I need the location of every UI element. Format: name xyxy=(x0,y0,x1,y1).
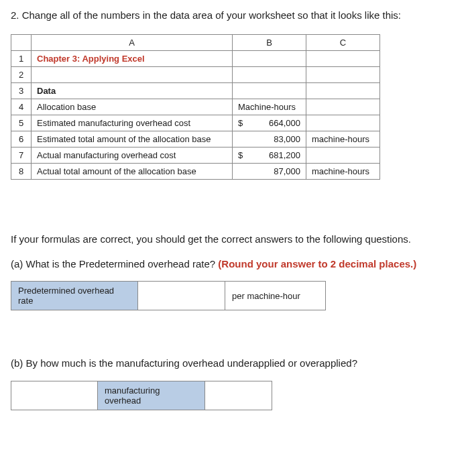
cell-c3 xyxy=(306,83,380,99)
cell-c6: machine-hours xyxy=(306,131,380,147)
cell-a7: Actual manufacturing overhead cost xyxy=(32,147,233,164)
predetermined-rate-unit: per machine-hour xyxy=(225,281,326,310)
col-header-a: A xyxy=(32,35,233,51)
row-num: 6 xyxy=(11,131,32,147)
cell-a5: Estimated manufacturing overhead cost xyxy=(32,115,233,131)
table-row: 3 Data xyxy=(11,83,380,99)
part-a-answer-row: Predetermined overhead rate per machine-… xyxy=(11,281,457,310)
cell-a8: Actual total amount of the allocation ba… xyxy=(32,164,233,180)
followup-text: If your formulas are correct, you should… xyxy=(11,232,457,247)
row-num: 7 xyxy=(11,147,32,164)
cell-c4 xyxy=(306,99,380,115)
manufacturing-overhead-label: manufacturing overhead xyxy=(98,381,205,410)
corner-cell xyxy=(11,35,32,51)
cell-b2 xyxy=(233,67,306,83)
cell-a6: Estimated total amount of the allocation… xyxy=(32,131,233,147)
part-a-instruction: (Round your answer to 2 decimal places.) xyxy=(218,258,416,270)
question-intro: 2. Change all of the numbers in the data… xyxy=(11,8,457,22)
table-row: 4 Allocation base Machine-hours xyxy=(11,99,380,115)
table-row: 1 Chapter 3: Applying Excel xyxy=(11,51,380,67)
table-row: 6 Estimated total amount of the allocati… xyxy=(11,131,380,147)
table-row: 8 Actual total amount of the allocation … xyxy=(11,164,380,180)
cell-a4: Allocation base xyxy=(32,99,233,115)
cell-c8: machine-hours xyxy=(306,164,380,180)
part-b-prompt: (b) By how much is the manufacturing ove… xyxy=(11,356,457,371)
row-num: 1 xyxy=(11,51,32,67)
overhead-type-input[interactable] xyxy=(11,381,98,410)
row-num: 4 xyxy=(11,99,32,115)
row-num: 8 xyxy=(11,164,32,180)
part-a-prompt: (a) What is the Predetermined overhead r… xyxy=(11,257,457,272)
cell-b3 xyxy=(233,83,306,99)
row-num: 3 xyxy=(11,83,32,99)
cell-c5 xyxy=(306,115,380,131)
cell-b7: $681,200 xyxy=(233,147,306,164)
cell-b5: $664,000 xyxy=(233,115,306,131)
cell-b8: 87,000 xyxy=(233,164,306,180)
part-b-answer-row: manufacturing overhead xyxy=(11,381,457,410)
currency-value: 681,200 xyxy=(269,150,300,160)
col-header-b: B xyxy=(233,35,306,51)
row-num: 2 xyxy=(11,67,32,83)
cell-c7 xyxy=(306,147,380,164)
col-header-c: C xyxy=(306,35,380,51)
table-row: 2 xyxy=(11,67,380,83)
predetermined-rate-input[interactable] xyxy=(138,281,225,310)
predetermined-rate-label: Predetermined overhead rate xyxy=(11,281,138,310)
overhead-amount-input[interactable] xyxy=(205,381,272,410)
row-num: 5 xyxy=(11,115,32,131)
currency-symbol: $ xyxy=(238,118,243,128)
cell-b6: 83,000 xyxy=(233,131,306,147)
data-spreadsheet: A B C 1 Chapter 3: Applying Excel 2 3 Da… xyxy=(11,34,380,180)
table-row: 7 Actual manufacturing overhead cost $68… xyxy=(11,147,380,164)
cell-c2 xyxy=(306,67,380,83)
cell-c1 xyxy=(306,51,380,67)
cell-b1 xyxy=(233,51,306,67)
cell-a2 xyxy=(32,67,233,83)
part-a-text: (a) What is the Predetermined overhead r… xyxy=(11,258,218,270)
cell-a3: Data xyxy=(32,83,233,99)
cell-a1: Chapter 3: Applying Excel xyxy=(32,51,233,67)
table-row: 5 Estimated manufacturing overhead cost … xyxy=(11,115,380,131)
cell-b4: Machine-hours xyxy=(233,99,306,115)
currency-symbol: $ xyxy=(238,150,243,160)
currency-value: 664,000 xyxy=(269,118,300,128)
